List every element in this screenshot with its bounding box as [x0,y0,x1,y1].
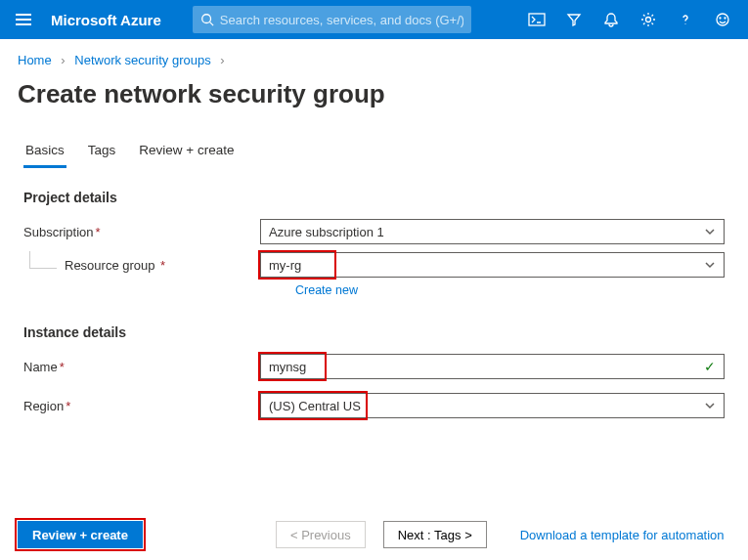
tab-tags[interactable]: Tags [86,137,118,168]
search-input[interactable] [220,13,463,27]
project-details-heading: Project details [23,190,725,205]
resource-group-label: Resource group * [23,258,260,273]
cloud-shell-icon[interactable] [519,0,554,39]
svg-point-4 [717,14,728,25]
subscription-row: Subscription* Azure subscription 1 [23,219,725,244]
svg-line-1 [209,22,213,26]
name-input[interactable]: mynsg ✓ [260,354,725,379]
name-value: mynsg [269,360,306,374]
breadcrumb-home[interactable]: Home [18,53,52,67]
subscription-value: Azure subscription 1 [269,225,384,239]
resource-group-select[interactable]: my-rg [260,252,725,278]
review-create-button[interactable]: Review + create [18,521,143,548]
resource-group-value: my-rg [269,258,301,273]
top-header: Microsoft Azure [0,0,748,39]
svg-point-6 [725,18,726,19]
previous-button: < Previous [276,521,366,548]
region-row: Region* (US) Central US [23,393,725,418]
hamburger-menu-icon[interactable] [8,4,39,35]
global-search[interactable] [193,6,471,33]
create-new-link[interactable]: Create new [295,283,725,297]
chevron-down-icon [704,400,716,411]
download-template-link[interactable]: Download a template for automation [520,528,725,542]
tabs: Basics Tags Review + create [0,137,748,168]
feedback-icon[interactable] [705,0,740,39]
name-row: Name* mynsg ✓ [23,354,725,379]
settings-gear-icon[interactable] [631,0,666,39]
chevron-down-icon [704,226,716,237]
chevron-right-icon: › [220,53,224,67]
search-icon [200,13,214,26]
chevron-right-icon: › [61,53,65,67]
svg-point-0 [202,15,211,23]
svg-point-3 [646,18,651,22]
instance-details-heading: Instance details [23,324,725,340]
subscription-label: Subscription* [23,225,260,239]
breadcrumb: Home › Network security groups › [0,39,748,75]
region-select[interactable]: (US) Central US [260,393,725,418]
svg-point-5 [720,18,721,19]
tree-indent [29,251,57,269]
breadcrumb-nsg[interactable]: Network security groups [74,53,210,67]
brand-label: Microsoft Azure [51,12,161,28]
header-icons [519,0,740,39]
chevron-down-icon [704,259,716,271]
tab-basics[interactable]: Basics [23,137,66,168]
filter-icon[interactable] [556,0,592,39]
next-button[interactable]: Next : Tags > [383,521,487,548]
resource-group-row: Resource group * my-rg [23,252,725,278]
help-icon[interactable] [668,0,703,39]
tab-review[interactable]: Review + create [137,137,236,168]
page-title: Create network security group [0,75,748,137]
subscription-select[interactable]: Azure subscription 1 [260,219,725,244]
notifications-icon[interactable] [594,0,629,39]
svg-rect-2 [529,14,545,25]
region-label: Region* [23,399,260,413]
name-label: Name* [23,360,260,374]
check-icon: ✓ [704,359,716,374]
form-area: Project details Subscription* Azure subs… [0,168,748,418]
region-value: (US) Central US [269,399,361,413]
footer-bar: Review + create < Previous Next : Tags >… [0,521,748,548]
